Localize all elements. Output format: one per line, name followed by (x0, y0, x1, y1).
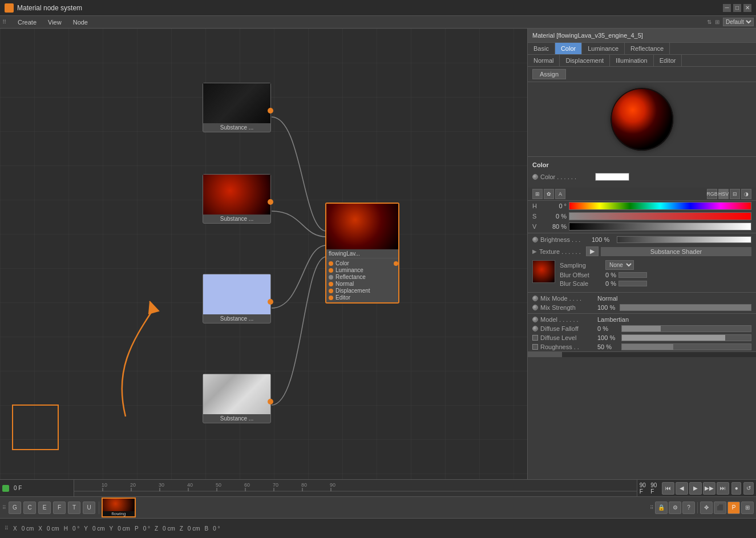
tab-displacement[interactable]: Displacement (560, 55, 610, 66)
node-port-1[interactable] (268, 108, 273, 114)
brightness-radio[interactable] (532, 237, 538, 242)
diffuse-level-bar[interactable] (621, 334, 751, 341)
assign-button[interactable]: Assign (532, 69, 566, 79)
v-slider[interactable] (569, 223, 751, 230)
btn-loop[interactable]: ↺ (743, 482, 754, 495)
color-tool-rgb[interactable]: RGB (707, 189, 717, 199)
blur-offset-row: Blur Offset 0 % (560, 272, 751, 278)
tab-normal[interactable]: Normal (528, 55, 560, 66)
toolbar-btn-texture[interactable]: T (68, 501, 80, 514)
diffuse-falloff-radio[interactable] (532, 326, 538, 331)
toolbar-btn-corona[interactable]: C (23, 501, 36, 514)
texture-preview (533, 261, 555, 282)
s-value: 0 % (544, 213, 567, 220)
toolbar-dots-2[interactable]: ⠿ (650, 505, 654, 511)
node-substance1[interactable]: Substance ... (203, 83, 271, 132)
h-slider[interactable] (569, 202, 751, 210)
maximize-button[interactable]: □ (733, 4, 741, 12)
window-controls[interactable]: ─ □ ✕ (723, 4, 751, 12)
sampling-select[interactable]: None (605, 260, 634, 270)
menu-create[interactable]: Create (15, 18, 39, 27)
mix-strength-bar[interactable] (620, 304, 751, 311)
texture-expand-icon[interactable]: ▶ (532, 248, 537, 254)
model-radio[interactable] (532, 317, 538, 322)
playback-controls[interactable]: ⏮ ◀ ▶ ▶▶ ⏭ (662, 482, 729, 495)
diffuse-level-fill (622, 335, 725, 341)
diffuse-level-check[interactable] (532, 335, 538, 341)
toolbar-lock[interactable]: 🔒 (655, 501, 668, 514)
material-name: Material [flowingLava_v35_engine_4_5] (532, 32, 643, 39)
color-tool-5[interactable]: ⊟ (730, 189, 740, 199)
tab-color[interactable]: Color (555, 43, 582, 54)
node-substance3[interactable]: Substance ... (203, 274, 271, 323)
toolbar-help[interactable]: ? (682, 501, 695, 514)
roughness-label: Roughness . . (532, 343, 595, 350)
btn-last[interactable]: ⏭ (717, 482, 729, 495)
app-icon (5, 3, 14, 13)
minimize-button[interactable]: ─ (723, 4, 731, 12)
color-tool-hsv[interactable]: HSV (718, 189, 729, 199)
svg-text:30: 30 (159, 482, 164, 488)
toolbar-active[interactable]: P (727, 501, 740, 514)
node-main[interactable]: flowingLav... Color Luminance Reflectanc… (325, 203, 399, 304)
toolbar-btn-urender[interactable]: U (83, 501, 95, 514)
close-button[interactable]: ✕ (743, 4, 751, 12)
diffuse-falloff-bar[interactable] (621, 325, 751, 332)
color-tool-1[interactable]: ⊞ (532, 189, 543, 199)
node-port-3[interactable] (268, 299, 273, 305)
toolbar-grid[interactable]: ⊞ (741, 501, 754, 514)
btn-next[interactable]: ▶▶ (703, 482, 715, 495)
node-port-2[interactable] (268, 199, 273, 205)
tab-basic[interactable]: Basic (528, 43, 555, 54)
btn-record[interactable]: ● (731, 482, 742, 495)
toolbar-btn-function[interactable]: F (53, 501, 66, 514)
menu-node[interactable]: Node (71, 18, 90, 27)
tab-reflectance[interactable]: Reflectance (625, 43, 670, 54)
svg-text:70: 70 (273, 482, 278, 488)
svg-text:20: 20 (130, 482, 136, 488)
texture-arrow-btn[interactable]: ▶ (586, 246, 599, 256)
s-slider[interactable] (569, 212, 751, 220)
tab-editor[interactable]: Editor (654, 55, 682, 66)
roughness-bar[interactable] (621, 343, 751, 350)
z-value2: 0 cm (188, 525, 200, 532)
sep2 (528, 292, 756, 293)
toolbar-settings[interactable]: ⚙ (669, 501, 681, 514)
btn-first[interactable]: ⏮ (662, 482, 674, 495)
node-substance4[interactable]: Substance ... (203, 374, 271, 423)
node-port-4[interactable] (268, 399, 273, 404)
mix-mode-radio[interactable] (532, 296, 538, 301)
node-canvas[interactable]: Norman Substance ... Substance ... Subst… (0, 29, 528, 479)
s-label: S (532, 213, 541, 220)
tab-illumination[interactable]: Illumination (610, 55, 654, 66)
toolbar-rotate[interactable]: ⬛ (714, 501, 726, 514)
btn-prev[interactable]: ◀ (676, 482, 688, 495)
layout-select[interactable]: Default (723, 18, 754, 26)
brightness-bar[interactable] (617, 236, 751, 243)
toolbar-dots-1[interactable]: ⠿ (2, 505, 6, 511)
thumbnail-item[interactable]: flowing (102, 497, 136, 517)
color-swatch[interactable] (595, 173, 629, 181)
b-value: 0 ° (213, 525, 220, 532)
toolbar-right-icons: ⠿ 🔒 ⚙ ? ✥ ⬛ P ⊞ (650, 501, 754, 514)
color-tool-6[interactable]: ◑ (741, 189, 751, 199)
color-radio[interactable] (532, 174, 538, 180)
toolbar-move[interactable]: ✥ (700, 501, 713, 514)
blur-offset-bar[interactable] (618, 272, 647, 278)
timeline-ruler[interactable]: 10 20 30 40 50 60 70 80 90 (74, 480, 637, 496)
port-out-color[interactable] (394, 261, 398, 266)
panel-scrollbar[interactable] (528, 351, 756, 357)
tab-luminance[interactable]: Luminance (582, 43, 625, 54)
toolbar-btn-1[interactable]: G (9, 501, 21, 514)
color-tool-3[interactable]: A (555, 189, 565, 199)
mix-strength-radio[interactable] (532, 305, 538, 310)
blur-scale-bar[interactable] (618, 281, 647, 286)
color-tool-2[interactable]: ✿ (544, 189, 554, 199)
s-row: S 0 % (528, 211, 756, 221)
h-row: H 0 ° (528, 201, 756, 211)
btn-play[interactable]: ▶ (689, 482, 702, 495)
node-substance2[interactable]: Substance ... (203, 174, 271, 224)
menu-view[interactable]: View (46, 18, 64, 27)
toolbar-btn-edit[interactable]: E (38, 501, 51, 514)
roughness-check[interactable] (532, 344, 538, 350)
